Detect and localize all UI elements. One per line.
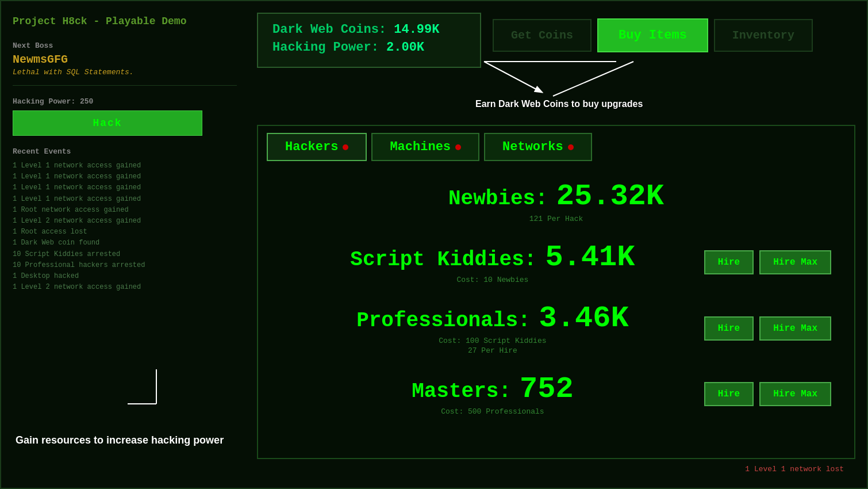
recent-events-section: Recent Events 1 Level 1 network access g… — [13, 147, 237, 293]
hack-button[interactable]: Hack — [13, 110, 202, 136]
main-container: Project H8ck - Playable Demo Next Boss N… — [0, 0, 868, 489]
hacker-name-3: Masters: — [412, 380, 511, 403]
power-label: Hacking Power: — [272, 40, 379, 55]
inventory-button[interactable]: Inventory — [714, 19, 813, 52]
hacking-power-section: Hacking Power: 250 Hack — [13, 97, 237, 136]
hackers-dot — [343, 144, 348, 150]
hacker-buttons-3: HireHire Max — [704, 382, 831, 406]
hacker-name-1: Script Kiddies: — [350, 248, 536, 272]
hacker-count-0: 25.32K — [556, 179, 664, 213]
hackers-content: Newbies:25.32K121 Per HackScript Kiddies… — [258, 168, 854, 445]
hire-max-button-3[interactable]: Hire Max — [759, 382, 831, 406]
hire-button-3[interactable]: Hire — [704, 382, 754, 406]
tab-hackers-label: Hackers — [285, 140, 338, 154]
app-title: Project H8ck - Playable Demo — [13, 13, 237, 30]
power-value: 2.00K — [386, 40, 424, 55]
gain-resources-annotation: Gain resources to increase hacking power — [16, 434, 224, 447]
hire-button-2[interactable]: Hire — [704, 316, 754, 341]
events-list: 1 Level 1 network access gained1 Level 1… — [13, 161, 237, 293]
hire-max-button-1[interactable]: Hire Max — [759, 250, 831, 274]
hacker-row-0: Newbies:25.32K121 Per Hack — [281, 179, 831, 223]
top-row: Dark Web Coins: 14.99K Hacking Power: 2.… — [257, 13, 855, 77]
hacker-name-section-1: Script Kiddies:5.41KCost: 10 Newbies — [281, 240, 704, 284]
hacker-count-3: 752 — [520, 372, 574, 406]
hacker-name-section-0: Newbies:25.32K121 Per Hack — [281, 179, 831, 223]
hacker-name-2: Professionals: — [356, 309, 530, 333]
hacking-power-label: Hacking Power: 250 — [13, 97, 237, 106]
boss-name: NewmsGFG — [13, 53, 237, 66]
tab-machines-label: Machines — [390, 140, 451, 154]
hacker-sub1-1: Cost: 10 Newbies — [281, 276, 704, 284]
hacker-name-0: Newbies: — [448, 187, 548, 211]
content-panel: Hackers Machines Networks Newbies:25.32K… — [257, 125, 855, 459]
event-item: 10 Script Kiddies arrested — [13, 249, 237, 260]
boss-desc: Lethal with SQL Statements. — [13, 68, 237, 77]
event-item: 10 Professional hackers arrested — [13, 260, 237, 271]
tab-hackers[interactable]: Hackers — [267, 133, 367, 161]
hacker-row-2: Professionals:3.46KCost: 100 Script Kidd… — [281, 301, 831, 355]
header-buttons: Get Coins Buy Items Inventory — [493, 18, 813, 52]
tab-bar: Hackers Machines Networks — [258, 126, 854, 168]
tab-machines[interactable]: Machines — [371, 133, 479, 161]
main-area: Dark Web Coins: 14.99K Hacking Power: 2.… — [257, 13, 855, 476]
earn-coins-annotation: Earn Dark Web Coins to buy upgrades — [475, 99, 643, 109]
divider — [13, 85, 237, 86]
event-item: 1 Level 1 network access gained — [13, 171, 237, 182]
event-item: 1 Root network access gained — [13, 205, 237, 216]
power-stat: Hacking Power: 2.00K — [272, 40, 466, 55]
event-item: 1 Level 2 network access gained — [13, 282, 237, 293]
event-item: 1 Level 1 network access gained — [13, 182, 237, 193]
hacker-buttons-2: HireHire Max — [704, 316, 831, 341]
coins-value: 14.99K — [394, 22, 439, 37]
hacker-count-1: 5.41K — [545, 240, 635, 274]
tab-networks[interactable]: Networks — [484, 133, 592, 161]
event-item: 1 Desktop hacked — [13, 271, 237, 282]
coins-label: Dark Web Coins: — [272, 22, 386, 37]
hacker-row-1: Script Kiddies:5.41KCost: 10 NewbiesHire… — [281, 240, 831, 284]
hacker-buttons-1: HireHire Max — [704, 250, 831, 274]
sidebar: Project H8ck - Playable Demo Next Boss N… — [13, 13, 237, 479]
stats-bar: Dark Web Coins: 14.99K Hacking Power: 2.… — [257, 13, 481, 68]
coins-stat: Dark Web Coins: 14.99K — [272, 22, 466, 37]
buy-items-button[interactable]: Buy Items — [597, 18, 708, 52]
tab-networks-label: Networks — [502, 140, 563, 154]
hacker-sub1-0: 121 Per Hack — [281, 215, 831, 223]
machines-dot — [455, 144, 461, 150]
hacker-name-section-2: Professionals:3.46KCost: 100 Script Kidd… — [281, 301, 704, 355]
networks-dot — [568, 144, 574, 150]
hire-button-1[interactable]: Hire — [704, 250, 754, 274]
event-item: 1 Level 1 network access gained — [13, 161, 237, 171]
hacker-sub1-3: Cost: 500 Professionals — [281, 407, 704, 416]
hacker-count-2: 3.46K — [539, 301, 629, 335]
hacker-sub1-2: Cost: 100 Script Kiddies — [281, 337, 704, 345]
hacker-row-3: Masters:752Cost: 500 ProfessionalsHireHi… — [281, 372, 831, 416]
hacker-name-section-3: Masters:752Cost: 500 Professionals — [281, 372, 704, 416]
next-boss-section: Next Boss NewmsGFG Lethal with SQL State… — [13, 41, 237, 77]
get-coins-button[interactable]: Get Coins — [493, 19, 592, 52]
gain-resources-text: Gain resources to increase hacking power — [16, 434, 224, 447]
next-boss-label: Next Boss — [13, 41, 237, 50]
event-item: 1 Level 2 network access gained — [13, 216, 237, 227]
event-item: 1 Dark Web coin found — [13, 238, 237, 249]
recent-events-label: Recent Events — [13, 147, 237, 156]
status-bar: 1 Level 1 network lost — [745, 465, 844, 473]
event-item: 1 Level 1 network access gained — [13, 194, 237, 205]
event-item: 1 Root access lost — [13, 227, 237, 238]
hacker-sub2-2: 27 Per Hire — [281, 346, 704, 355]
hire-max-button-2[interactable]: Hire Max — [759, 316, 831, 341]
